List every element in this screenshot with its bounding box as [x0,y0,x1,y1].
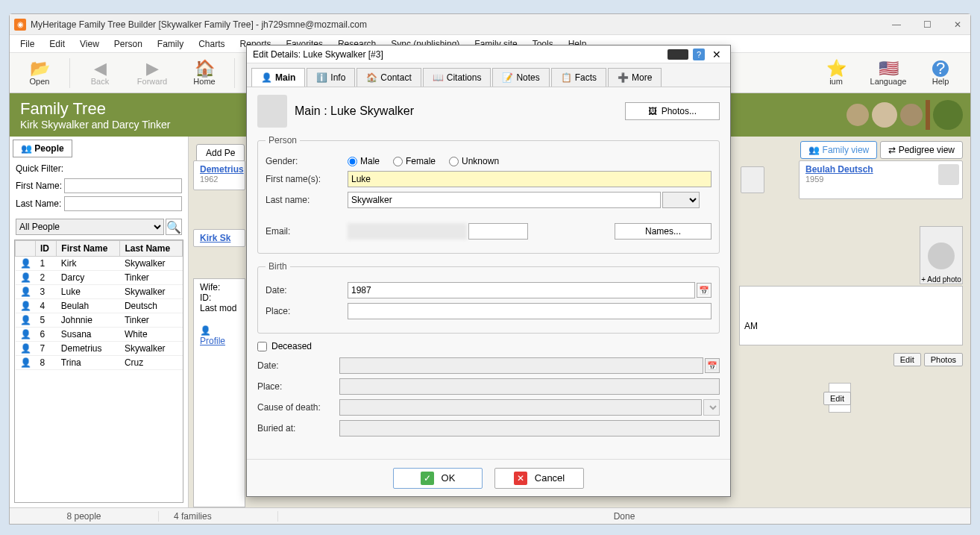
buried-label: Buried at: [257,423,339,434]
death-place-label: Place: [257,381,339,392]
tab-facts[interactable]: 📋Facts [551,68,606,87]
col-first[interactable]: First Name [57,241,120,257]
person-legend: Person [266,135,300,146]
contact-icon: 🏠 [366,72,377,83]
ok-button[interactable]: ✓OK [393,468,483,489]
photos-button[interactable]: Photos [924,353,963,366]
col-id[interactable]: ID [36,241,57,257]
tab-more[interactable]: ➕More [608,68,662,87]
menu-edit[interactable]: Edit [42,37,72,51]
minimize-button[interactable]: — [888,18,905,31]
toolbar-premium[interactable]: ⭐ium [811,54,861,92]
toolbar-back[interactable]: ◀Back [75,54,125,92]
table-row[interactable]: 👤1KirkSkywalker [16,257,183,271]
family-illustration-icon [846,93,963,137]
people-tab[interactable]: People [13,140,72,157]
banner-title: Family Tree [20,99,171,119]
pedigree-view-button[interactable]: ⇄ Pedigree view [880,141,963,159]
home-icon: 🏠 [195,60,215,77]
last-name-suffix-select[interactable] [662,192,700,208]
all-people-select[interactable]: All People [16,219,164,235]
birth-place-input[interactable] [348,303,712,319]
table-row[interactable]: 👤8TrinaCruz [16,356,183,370]
death-place-input [339,378,720,395]
tab-citations[interactable]: 📖Citations [423,68,491,87]
tree-card-kirk[interactable]: Kirk Sk [193,229,245,247]
photos-dropdown-button[interactable]: 🖼Photos... [625,102,720,120]
star-icon: ⭐ [826,60,846,77]
gender-male-radio[interactable]: Male [348,156,380,166]
birth-place-label: Place: [266,306,348,316]
add-photo-box[interactable]: + Add photo [920,226,963,284]
titlebar: ◉ MyHeritage Family Tree Builder [Skywal… [10,14,970,35]
table-row[interactable]: 👤7DemetriusSkywalker [16,342,183,356]
add-person-button[interactable]: Add Pe [196,144,245,162]
first-name-field-label: First name(s): [266,174,348,184]
table-row[interactable]: 👤2DarcyTinker [16,271,183,285]
profile-link[interactable]: Profile [200,336,225,346]
toolbar-home[interactable]: 🏠Home [179,54,230,92]
first-name-input[interactable] [348,171,712,187]
tab-contact[interactable]: 🏠Contact [356,68,421,87]
edit-details-dialog: Edit Details: Luke Skywalker [#3] ? ✕ 👤M… [246,45,731,497]
col-icon[interactable] [16,241,36,257]
tab-notes[interactable]: 📝Notes [492,68,549,87]
menu-view[interactable]: View [72,37,107,51]
cancel-button[interactable]: ✕Cancel [494,468,584,489]
email-field-label: Email: [266,226,348,237]
back-icon: ◀ [94,60,107,77]
last-name-filter-input[interactable] [64,196,182,211]
silhouette-icon [928,243,955,269]
toolbar-language[interactable]: 🇺🇸Language [863,54,914,92]
search-icon[interactable]: 🔍 [166,219,182,235]
first-name-filter-input[interactable] [64,178,182,193]
toolbar-help[interactable]: ?Help [915,54,966,92]
table-row[interactable]: 👤3LukeSkywalker [16,285,183,299]
gender-female-radio[interactable]: Female [393,156,436,166]
toolbar-forward[interactable]: ▶Forward [127,54,178,92]
maximize-button[interactable]: ☐ [919,18,936,31]
tab-info[interactable]: ℹ️Info [307,68,355,87]
names-button[interactable]: Names... [615,223,712,240]
death-date-label: Date: [257,360,339,371]
menu-person[interactable]: Person [107,37,150,51]
tree-card-placeholder[interactable] [741,166,764,193]
deceased-checkbox[interactable] [257,342,267,351]
dialog-help-icon[interactable]: ? [693,49,705,60]
table-row[interactable]: 👤4BeulahDeutsch [16,299,183,313]
table-row[interactable]: 👤6SusanaWhite [16,328,183,342]
cause-select [703,399,720,416]
last-name-input[interactable] [348,192,661,208]
people-table: ID First Name Last Name 👤1KirkSkywalker👤… [14,240,183,503]
dialog-title: Edit Details: Luke Skywalker [#3] [253,49,383,60]
flag-icon: 🇺🇸 [879,60,899,77]
x-icon: ✕ [514,472,527,485]
last-name-label: Last Name: [16,198,64,209]
dialog-tabs: 👤Main ℹ️Info 🏠Contact 📖Citations 📝Notes … [247,63,730,87]
menu-charts[interactable]: Charts [191,37,232,51]
col-last[interactable]: Last Name [120,241,183,257]
edit-button-2[interactable]: Edit [823,392,851,405]
tree-card-beulah[interactable]: Beulah Deutsch 1959 [799,160,963,199]
avatar-icon [938,164,959,185]
birth-date-input[interactable] [348,282,695,298]
person-avatar [257,95,287,128]
toolbar-open[interactable]: 📂Open [14,54,65,92]
table-row[interactable]: 👤5JohnnieTinker [16,313,183,328]
dialog-header-title: Main : Luke Skywalker [295,104,414,118]
facts-icon: 📋 [561,72,572,83]
keyboard-icon[interactable] [668,49,688,60]
menu-family[interactable]: Family [150,37,191,51]
email-input[interactable] [468,223,528,240]
calendar-icon[interactable]: 📅 [697,283,712,298]
statusbar: 8 people 4 families Done [10,507,970,524]
dialog-close-button[interactable]: ✕ [709,49,724,60]
tree-card-demetrius[interactable]: Demetrius 1962 [193,160,245,190]
status-done: Done [278,511,970,522]
tab-main[interactable]: 👤Main [251,68,305,87]
close-button[interactable]: ✕ [949,18,966,31]
menu-file[interactable]: File [13,37,42,51]
family-view-button[interactable]: 👥 Family view [800,141,877,159]
edit-button[interactable]: Edit [893,353,921,366]
gender-unknown-radio[interactable]: Unknown [449,156,499,166]
